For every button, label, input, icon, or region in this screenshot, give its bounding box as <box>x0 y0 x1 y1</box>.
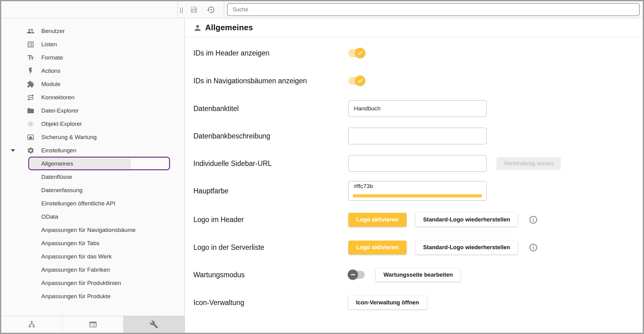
sidebar-item-label: Datenerfassung <box>41 187 83 194</box>
sidebar-item-datei-explorer[interactable]: Datei-Explorer <box>1 104 184 117</box>
tab-tools[interactable] <box>124 316 184 333</box>
sidebar-item-label: Anpassungen für Produktlinien <box>41 280 121 287</box>
main-panel: Allgemeines IDs im Header anzeigen IDs i… <box>185 19 643 333</box>
layout-icon <box>89 320 97 329</box>
main-color-field[interactable] <box>348 181 487 201</box>
sidebar-item-oeffentliche-api[interactable]: Einstellungen öffentliche API <box>1 197 184 210</box>
sidebar-item-allgemeines-selected[interactable]: Allgemeines <box>1 157 184 170</box>
sidebar-item-actions[interactable]: Actions <box>1 64 184 77</box>
field-label: IDs im Header anzeigen <box>193 49 269 57</box>
sidebar-item-label: Anpassungen für Fabriken <box>41 266 110 273</box>
ids-header-toggle[interactable] <box>348 49 365 57</box>
sidebar-item-label: Einstellungen <box>41 147 76 154</box>
sidebar-item-sicherung-wartung[interactable]: Sicherung & Wartung <box>1 130 184 144</box>
save-icon[interactable] <box>190 6 198 14</box>
sidebar-item-anpassungen-fabriken[interactable]: Anpassungen für Fabriken <box>1 263 184 276</box>
field-label: IDs in Navigationsbäumen anzeigen <box>193 77 307 85</box>
toggle-thumb <box>348 270 358 280</box>
database-description-input[interactable] <box>348 128 487 144</box>
open-icon-management-button[interactable]: Icon-Verwaltung öffnen <box>348 296 427 309</box>
field-label: Individuelle Sidebar-URL <box>193 159 272 168</box>
sidebar-item-formate[interactable]: Formate <box>1 51 184 64</box>
app-window: Benutzer Listen Formate Actions Module K… <box>0 0 644 334</box>
splitter-handle[interactable] <box>180 7 181 13</box>
sidebar-item-objekt-explorer[interactable]: Objekt-Explorer <box>1 117 184 130</box>
cloud-backup-icon <box>27 133 34 141</box>
check-icon <box>357 77 363 84</box>
person-icon <box>193 23 202 32</box>
restore-default-logo-button[interactable]: Standard-Logo wiederherstellen <box>415 213 518 227</box>
folder-icon <box>27 107 34 114</box>
sidebar-tree: Benutzer Listen Formate Actions Module K… <box>1 19 185 316</box>
sidebar-item-benutzer[interactable]: Benutzer <box>1 24 184 38</box>
sidebar-item-label: Datei-Explorer <box>41 107 79 114</box>
page-title: Allgemeines <box>205 23 253 32</box>
field-label: Datenbanktitel <box>193 105 239 113</box>
form-row: Hauptfarbe <box>185 177 643 205</box>
toggle-thumb <box>355 48 365 58</box>
sidebar-item-label: Actions <box>41 68 60 74</box>
sidebar-item-odata[interactable]: OData <box>1 210 184 223</box>
sidebar-item-listen[interactable]: Listen <box>1 38 184 51</box>
restore-icon[interactable] <box>207 6 215 14</box>
sidebar-item-label: Objekt-Explorer <box>41 121 82 127</box>
field-label: Logo im Header <box>193 216 244 224</box>
main-color-input[interactable] <box>349 183 486 190</box>
activate-logo-button[interactable]: Logo aktivieren <box>348 213 407 227</box>
page-header: Allgemeines <box>185 19 643 37</box>
form-row: Icon-Verwaltung Icon-Verwaltung öffnen <box>185 289 643 316</box>
sidebar-item-module[interactable]: Module <box>1 77 184 91</box>
tab-layout[interactable] <box>63 316 124 333</box>
ids-navtree-toggle[interactable] <box>348 77 365 85</box>
color-preview-bar <box>353 194 482 197</box>
sidebar-item-anpassungen-produktlinien[interactable]: Anpassungen für Produktlinien <box>1 276 184 290</box>
dot-grid-icon <box>27 120 34 128</box>
info-icon[interactable] <box>529 243 538 252</box>
sidebar-item-anpassungen-produkte[interactable]: Anpassungen für Produkte <box>1 290 184 303</box>
sidebar-item-anpassungen-tabs[interactable]: Anpassungen für Tabs <box>1 237 184 250</box>
sidebar-item-label: Anpassungen für Navigationsbäume <box>41 227 136 233</box>
expand-arrow-icon[interactable] <box>11 149 15 152</box>
toolbar <box>1 1 643 18</box>
field-label: Logo in der Serverliste <box>193 243 264 252</box>
flash-icon <box>27 67 34 75</box>
database-title-input[interactable] <box>348 100 487 117</box>
edit-maintenance-page-button[interactable]: Wartungsseite bearbeiten <box>376 268 460 282</box>
form-row: Wartungsmodus Wartungsseite bearbeiten <box>185 261 643 289</box>
sidebar-item-datenfluesse[interactable]: Datenflüsse <box>1 170 184 183</box>
splitter-handle[interactable] <box>182 7 183 13</box>
sidebar-item-label: Datenflüsse <box>41 174 72 180</box>
form-row: Logo in der Serverliste Logo aktivieren … <box>185 233 643 261</box>
sidebar-item-anpassungen-navigationsbaeume[interactable]: Anpassungen für Navigationsbäume <box>1 223 184 237</box>
route-icon <box>27 93 34 101</box>
puzzle-icon <box>27 80 34 88</box>
sidebar-item-label: Formate <box>41 54 63 61</box>
sidebar-item-label: Allgemeines <box>41 160 73 167</box>
sidebar-item-label: Module <box>41 81 60 88</box>
info-icon[interactable] <box>529 215 538 224</box>
test-connection-button[interactable]: Verbindung testen <box>496 157 561 170</box>
gear-icon <box>27 146 34 154</box>
maintenance-mode-toggle[interactable] <box>348 271 365 279</box>
sidebar-item-label: Anpassungen für das Werk <box>41 253 112 260</box>
sidebar-item-label: Sicherung & Wartung <box>41 134 97 141</box>
tab-hierarchy[interactable] <box>1 316 63 333</box>
sidebar-item-datenerfassung[interactable]: Datenerfassung <box>1 183 184 197</box>
search-input[interactable] <box>227 3 640 16</box>
wrench-icon <box>150 320 158 329</box>
sidebar-item-konnektoren[interactable]: Konnektoren <box>1 91 184 104</box>
activate-logo-button[interactable]: Logo aktivieren <box>348 241 407 254</box>
hierarchy-icon <box>27 320 36 329</box>
sidebar-item-anpassungen-werk[interactable]: Anpassungen für das Werk <box>1 250 184 263</box>
toolbar-divider <box>224 1 224 18</box>
field-label: Datenbankbeschreibung <box>193 132 270 140</box>
sidebar-url-input[interactable] <box>348 155 487 172</box>
sidebar-item-label: Anpassungen für Tabs <box>41 240 99 247</box>
toggle-thumb <box>355 76 365 86</box>
sidebar-item-einstellungen[interactable]: Einstellungen <box>1 144 184 157</box>
restore-default-logo-button[interactable]: Standard-Logo wiederherstellen <box>415 241 518 254</box>
sidebar-item-label: Listen <box>41 41 57 48</box>
form-row: Datenbankbeschreibung <box>185 122 643 150</box>
form-row: Logo im Header Logo aktivieren Standard-… <box>185 206 643 233</box>
check-icon <box>357 50 363 56</box>
